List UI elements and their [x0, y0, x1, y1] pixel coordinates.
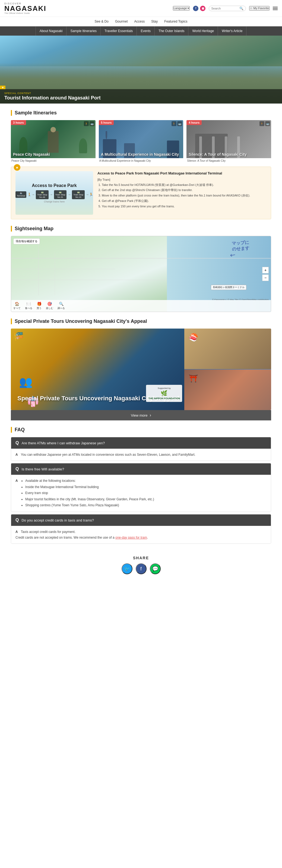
- cat-all-icon: 🏠: [15, 302, 19, 306]
- nav-world-heritage[interactable]: World Heritage: [188, 26, 218, 36]
- logo-subtitle-text: The Official Visitors' Guide: [4, 12, 30, 14]
- stop-31: 🚃Train StopNo.31: [54, 190, 67, 199]
- featured-text: Access to Peace Park from Nagasaki Port …: [98, 171, 267, 215]
- nav-traveller-essentials[interactable]: Traveller Essentials: [101, 26, 137, 36]
- itinerary-card-1[interactable]: 3 hours 🚶 🚌 Peace City Nagasaki Peace Ci…: [11, 120, 96, 162]
- special-tours-title: Special Private Tours Uncovering Nagasak…: [11, 318, 271, 324]
- tours-banner: 🎏 👥 👘 Special Private Tours Uncovering N…: [11, 329, 271, 410]
- cat-enjoy-icon: 🎯: [47, 302, 52, 306]
- sightseeing-map-title: Sightseeing Map: [11, 226, 271, 231]
- nippon-foundation-label: THE NIPPON FOUNDATION: [148, 397, 180, 400]
- faq-question-text-3: Do you accept credit cards in taxis and …: [22, 518, 94, 522]
- faq-question-1[interactable]: Q Are there ATMs where I can withdraw Ja…: [11, 437, 271, 449]
- nav-outer-islands[interactable]: The Outer Islands: [155, 26, 188, 36]
- map-cat-eat[interactable]: 🍽️ 食べる: [25, 302, 32, 310]
- card-2-title: A Multicultural Experience in Nagasaki C…: [101, 152, 181, 157]
- tours-right-bottom: ⛩️: [184, 370, 271, 410]
- nav-featured-topics[interactable]: Featured Topics: [164, 20, 187, 23]
- faq-question-text-1: Are there ATMs where I can withdraw Japa…: [22, 441, 105, 445]
- itinerary-card-3[interactable]: 4 hours 🚶 🚌 Silence: A Tour of Nagasaki …: [186, 120, 271, 162]
- social-icons: f ▣: [193, 6, 206, 11]
- bus-icon-3: 🚌: [265, 121, 270, 126]
- nippon-badge: Supported by 🌿 THE NIPPON FOUNDATION: [146, 385, 182, 402]
- header-right: Language ▾ f ▣ 🔍 ☆ My Favorite: [173, 6, 278, 11]
- twitter-share-button[interactable]: 🐦: [121, 563, 133, 574]
- change-trains-note: Change trains here: [44, 200, 65, 203]
- map-handwriting-note: マップにのせます: [232, 240, 249, 252]
- instagram-icon[interactable]: ▣: [200, 6, 206, 11]
- nav-access[interactable]: Access: [134, 20, 145, 23]
- map-pin-button[interactable]: 現在地を確認する: [13, 238, 40, 244]
- itinerary-cards: 3 hours 🚶 🚌 Peace City Nagasaki Peace Ci…: [11, 120, 271, 162]
- bus-icon: 🚌: [90, 121, 95, 126]
- featured-star-icon: ★: [14, 164, 20, 170]
- faq-item-2: Q Is there free Wifi available? A Availa…: [11, 463, 271, 512]
- view-more-label: View more: [131, 413, 147, 417]
- faq-question-3[interactable]: Q Do you accept credit cards in taxis an…: [11, 515, 271, 526]
- sample-itineraries-title: Sample Itineraries: [11, 110, 271, 116]
- special-tours-section: Special Private Tours Uncovering Nagasak…: [11, 318, 271, 421]
- faq-answer-list-2: Available at the following locations: In…: [21, 478, 154, 508]
- search-box: 🔍: [209, 6, 246, 11]
- hero-overlay: SPECIAL CONTENT Tourist Information arou…: [0, 89, 282, 103]
- faq-answer-item-2-1: Inside the Matsugae International Termin…: [25, 484, 154, 490]
- cat-buy-icon: 🎁: [37, 302, 41, 306]
- faq-answer-item-2-3: Major tourist facilities in the city (Mt…: [25, 496, 154, 502]
- map-bottom-bar: 🏠 すべて 🍽️ 食べる 🎁 買う 🎯 楽しむ 🔍 調べる: [11, 300, 271, 312]
- nav-stay[interactable]: Stay: [151, 20, 158, 23]
- featured-map-title: Access to Peace Park: [32, 183, 76, 188]
- map-cat-enjoy[interactable]: 🎯 楽しむ: [46, 302, 53, 310]
- my-favorite-button[interactable]: ☆ My Favorite: [249, 6, 270, 10]
- view-more-button[interactable]: View more ›: [11, 410, 271, 421]
- logo-nagasaki-text: NAGASAKI: [4, 5, 46, 12]
- hamburger-menu[interactable]: [273, 7, 278, 10]
- map-cat-all[interactable]: 🏠 すべて: [13, 302, 21, 310]
- map-terminal-marker: 長崎港松ヶ枝国際ターミナル: [211, 285, 246, 290]
- nav-events[interactable]: Events: [137, 26, 155, 36]
- share-section: SHARE 🐦 f 💬: [11, 550, 271, 582]
- cat-search-label: 調べる: [58, 307, 65, 310]
- map-zoom-out[interactable]: −: [262, 275, 269, 281]
- faq-answer-text-3: Taxis accept credit cards for payment. C…: [15, 530, 148, 539]
- share-icons: 🐦 f 💬: [11, 563, 271, 574]
- chevron-right-icon: ›: [149, 413, 151, 418]
- card-2-icons: 🚶 🚌: [172, 121, 182, 126]
- step-5: You must pay 150 yen every time you get …: [102, 204, 267, 209]
- faq-answer-2: A Available at the following locations: …: [11, 475, 271, 512]
- cat-enjoy-label: 楽しむ: [46, 307, 53, 310]
- cat-search-icon: 🔍: [59, 302, 64, 306]
- nav-see-do[interactable]: See & Do: [95, 20, 109, 23]
- temple-deco: ⛩️: [184, 370, 271, 387]
- nav-about-nagasaki[interactable]: About Nagasaki: [36, 26, 67, 36]
- facebook-icon[interactable]: f: [193, 6, 199, 11]
- walk-icon-3: 🚶: [259, 121, 265, 126]
- facebook-share-button[interactable]: f: [136, 563, 147, 574]
- card-1-label: Peace City Nagasaki: [11, 159, 96, 162]
- faq-q-letter-2: Q: [15, 467, 19, 471]
- one-day-pass-link[interactable]: one-day pass for tram: [115, 536, 147, 539]
- itinerary-card-2[interactable]: 5 hours 🚶 🚌 A Multicultural Experience i…: [99, 120, 183, 162]
- line-share-button[interactable]: 💬: [150, 563, 161, 574]
- tours-right-top: 🍣: [184, 329, 271, 369]
- faq-title: FAQ: [11, 427, 271, 433]
- map-cat-buy[interactable]: 🎁 買う: [37, 302, 41, 310]
- food-deco: 🍣: [184, 329, 271, 346]
- map-road-h3: [11, 280, 167, 280]
- nav-gourmet[interactable]: Gourmet: [115, 20, 128, 23]
- nav-sample-itineraries[interactable]: Sample Itineraries: [67, 26, 101, 36]
- card-1-duration: 3 hours: [11, 120, 26, 125]
- nav-writers-article[interactable]: Writer's Article: [218, 26, 246, 36]
- map-cat-search[interactable]: 🔍 調べる: [58, 302, 65, 310]
- cat-eat-label: 食べる: [25, 307, 32, 310]
- map-zoom-in[interactable]: +: [262, 267, 269, 273]
- faq-question-2[interactable]: Q Is there free Wifi available?: [11, 463, 271, 475]
- festival-deco: 🎏: [13, 331, 24, 341]
- walk-icon: 🚶: [84, 121, 89, 126]
- faq-answer-item-2-2: Every tram stop: [25, 490, 154, 496]
- language-button[interactable]: Language ▾: [173, 6, 190, 10]
- card-3-duration: 4 hours: [186, 120, 202, 125]
- card-3-label: Silence: A Tour of Nagasaki City: [186, 159, 271, 162]
- search-input[interactable]: [211, 7, 238, 10]
- featured-info-title: Access to Peace Park from Nagasaki Port …: [98, 171, 267, 175]
- hero-section: ★ SPECIAL CONTENT Tourist Information ar…: [0, 36, 282, 103]
